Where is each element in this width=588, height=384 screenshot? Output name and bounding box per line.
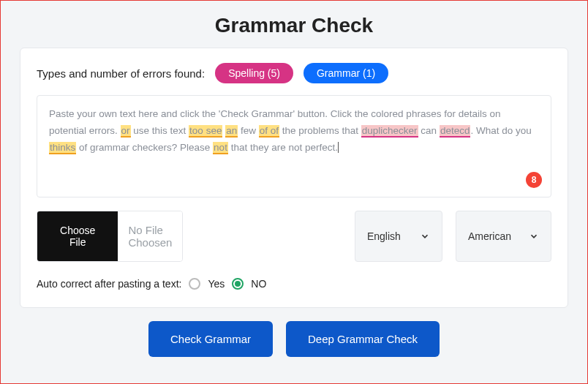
language-select[interactable]: English — [355, 211, 442, 262]
text-segment: the problems that — [279, 125, 361, 136]
spelling-highlight[interactable]: duplichecker — [361, 125, 418, 138]
grammar-highlight[interactable]: an — [225, 125, 238, 138]
file-upload-group: Choose File No File Choosen — [37, 211, 183, 262]
grammar-highlight[interactable]: too see — [189, 125, 222, 138]
text-segment: that they are not perfect. — [228, 142, 338, 153]
chevron-down-icon — [420, 231, 430, 241]
variant-select-value: American — [468, 230, 511, 242]
spelling-pill[interactable]: Spelling (5) — [215, 63, 293, 83]
choose-file-button[interactable]: Choose File — [37, 211, 118, 261]
grammar-highlight[interactable]: not — [213, 142, 228, 154]
spelling-highlight[interactable]: detecd — [440, 125, 471, 138]
grammar-pill[interactable]: Grammar (1) — [304, 63, 388, 83]
main-card: Types and number of errors found: Spelli… — [20, 48, 568, 308]
check-grammar-button[interactable]: Check Grammar — [148, 321, 273, 357]
text-segment: of grammar checkers? Please — [76, 142, 213, 153]
autocorrect-no-label: NO — [251, 278, 266, 290]
grammar-highlight[interactable]: or — [121, 125, 131, 138]
text-segment: use this text — [131, 125, 189, 136]
autocorrect-label: Auto correct after pasting a text: — [37, 278, 181, 290]
grammar-highlight[interactable]: of of — [259, 125, 279, 138]
autocorrect-no-radio[interactable] — [232, 278, 244, 290]
errors-summary-row: Types and number of errors found: Spelli… — [37, 63, 551, 83]
error-count-badge[interactable]: 8 — [526, 172, 542, 188]
chevron-down-icon — [529, 231, 539, 241]
autocorrect-row: Auto correct after pasting a text: Yes N… — [37, 278, 551, 290]
controls-row: Choose File No File Choosen English Amer… — [37, 211, 551, 262]
text-segment: can — [418, 125, 440, 136]
errors-label: Types and number of errors found: — [37, 67, 205, 80]
autocorrect-yes-label: Yes — [208, 278, 225, 290]
action-row: Check Grammar Deep Grammar Check — [1, 321, 587, 357]
autocorrect-yes-radio[interactable] — [189, 278, 200, 290]
language-select-value: English — [367, 230, 401, 242]
grammar-highlight[interactable]: thinks — [49, 142, 76, 154]
text-caret — [338, 142, 339, 153]
deep-grammar-check-button[interactable]: Deep Grammar Check — [286, 321, 440, 357]
text-segment: . What do you — [470, 125, 531, 136]
page-title: Grammar Check — [1, 1, 587, 48]
variant-select[interactable]: American — [456, 211, 551, 262]
text-editor[interactable]: Paste your own text here and click the '… — [37, 95, 551, 197]
text-segment: few — [238, 125, 259, 136]
file-status-label: No File Choosen — [118, 211, 182, 261]
